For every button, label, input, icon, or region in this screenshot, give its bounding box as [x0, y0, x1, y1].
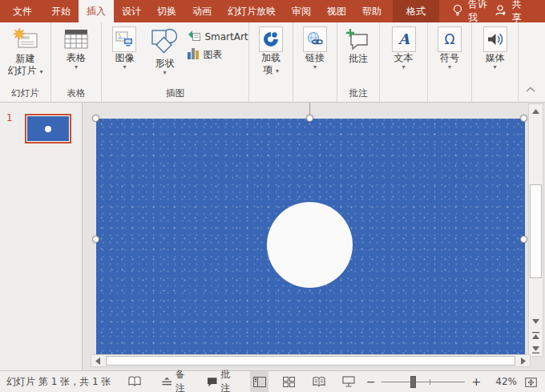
ribbon-group-text: A 文本 ▾ — [380, 22, 428, 102]
resize-handle-middle-left[interactable] — [92, 236, 99, 243]
ribbon-group-addins: 加载 项 ▾ — [249, 22, 293, 102]
zoom-slider-track — [382, 382, 465, 382]
notes-toggle-button[interactable]: 备注 — [162, 368, 193, 392]
zoom-in-button[interactable]: + — [470, 375, 482, 388]
images-label: 图像 — [115, 52, 134, 64]
spellcheck-book-icon — [128, 376, 141, 387]
svg-text:Ω: Ω — [445, 31, 455, 47]
chart-button[interactable]: 图表 — [188, 46, 248, 63]
tab-insert[interactable]: 插入 — [79, 0, 114, 22]
tab-design[interactable]: 设计 — [114, 0, 149, 22]
vertical-scrollbar-thumb[interactable] — [530, 184, 542, 278]
horizontal-scrollbar-thumb[interactable] — [106, 356, 515, 366]
thumbnail-slide-preview — [27, 116, 69, 141]
slide-sorter-view-button[interactable] — [280, 371, 298, 392]
slide-1-thumbnail[interactable] — [25, 114, 71, 143]
zoom-slider[interactable] — [382, 376, 465, 388]
tab-view[interactable]: 视图 — [319, 0, 354, 22]
zoom-slider-thumb[interactable] — [410, 376, 416, 388]
speaker-icon — [483, 26, 507, 52]
previous-slide-button[interactable] — [529, 329, 543, 342]
media-label: 媒体 — [486, 52, 505, 64]
resize-handle-middle-right[interactable] — [520, 236, 527, 243]
tab-review[interactable]: 审阅 — [284, 0, 319, 22]
letter-a-glyph: A — [398, 30, 410, 47]
tab-home[interactable]: 开始 — [43, 0, 79, 22]
table-label: 表格 — [67, 52, 86, 64]
next-slide-button[interactable] — [529, 343, 543, 357]
scroll-up-button[interactable] — [529, 104, 543, 118]
smartart-icon — [188, 30, 201, 44]
slide-canvas-selected-shape[interactable] — [96, 119, 525, 354]
text-label: 文本 — [394, 52, 414, 64]
tab-format-contextual[interactable]: 格式 — [393, 0, 439, 22]
addins-icon — [259, 26, 283, 52]
group-label-comments: 批注 — [337, 87, 379, 99]
reading-view-icon — [313, 377, 325, 387]
tab-file[interactable]: 文件 — [2, 0, 43, 22]
tab-animations[interactable]: 动画 — [184, 0, 220, 22]
addins-button[interactable]: 加载 项 ▾ — [259, 22, 283, 102]
resize-handle-top-left[interactable] — [92, 115, 99, 122]
shapes-button[interactable]: 形状 ▾ — [143, 22, 185, 76]
ribbon-spacer — [519, 22, 545, 102]
normal-view-icon — [253, 377, 266, 387]
symbols-button[interactable]: Ω 符号 ▾ — [438, 22, 462, 102]
share-button[interactable]: 共享 — [495, 0, 524, 22]
resize-handle-top-center[interactable] — [306, 115, 313, 122]
slide-sorter-icon — [283, 377, 295, 387]
table-icon — [64, 29, 88, 52]
images-button[interactable]: 图像 ▾ — [105, 22, 143, 71]
new-slide-label-line2: 幻灯片 ▾ — [8, 65, 43, 77]
links-button[interactable]: 链接 ▾ — [303, 22, 327, 102]
group-label-illustrations: 插图 — [102, 87, 248, 99]
tab-transitions[interactable]: 切换 — [149, 0, 184, 22]
tab-slideshow[interactable]: 幻灯片放映 — [220, 0, 284, 22]
new-comment-label: 批注 — [349, 53, 368, 65]
white-circle-shape[interactable] — [267, 202, 353, 288]
ribbon-group-comments: 批注 批注 — [337, 22, 380, 102]
new-comment-icon — [346, 28, 370, 53]
slide-number: 1 — [6, 112, 13, 123]
comments-toggle-button[interactable]: 批注 — [207, 368, 239, 392]
workspace: 1 — [0, 102, 545, 370]
tell-me-label: 告诉我 — [468, 0, 488, 25]
zoom-out-button[interactable]: − — [365, 375, 377, 388]
resize-handle-top-right[interactable] — [520, 115, 527, 122]
new-slide-icon — [13, 28, 38, 53]
vertical-scrollbar[interactable] — [528, 103, 543, 357]
symbols-label: 符号 — [440, 52, 459, 64]
ribbon-group-illustrations: 图像 ▾ 形状 ▾ — [102, 22, 249, 102]
links-label: 链接 — [305, 52, 325, 64]
chart-label: 图表 — [203, 48, 222, 62]
zoom-level[interactable]: 42% — [490, 376, 517, 387]
media-button[interactable]: 媒体 ▾ — [483, 22, 507, 102]
scroll-left-button[interactable] — [91, 355, 104, 366]
dropdown-arrow-icon: ▾ — [276, 67, 279, 75]
scroll-down-button[interactable] — [529, 314, 543, 328]
text-button[interactable]: A 文本 ▾ — [392, 22, 416, 102]
scroll-right-button[interactable] — [517, 355, 530, 366]
spell-check-button[interactable] — [128, 376, 141, 387]
ribbon-group-media: 媒体 ▾ — [472, 22, 519, 102]
fit-to-window-button[interactable] — [525, 376, 537, 387]
tell-me-button[interactable]: 告诉我 — [446, 0, 495, 22]
smartart-button[interactable]: SmartArt — [188, 29, 248, 45]
collapse-ribbon-button[interactable] — [526, 84, 535, 95]
shapes-label: 形状 — [155, 58, 174, 70]
notes-icon — [162, 377, 172, 386]
horizontal-scrollbar[interactable] — [91, 354, 531, 367]
tab-help[interactable]: 帮助 — [354, 0, 390, 22]
reading-view-button[interactable] — [310, 371, 329, 392]
ribbon-group-links: 链接 ▾ — [293, 22, 337, 102]
chart-icon — [188, 47, 200, 62]
notes-label: 备注 — [176, 368, 194, 392]
slide-thumbnail-panel: 1 — [0, 103, 83, 371]
normal-view-button[interactable] — [250, 371, 268, 392]
group-label-tables: 表格 — [51, 87, 101, 99]
slideshow-view-button[interactable] — [340, 371, 358, 392]
slide-counter: 幻灯片 第 1 张，共 1 张 — [6, 375, 111, 389]
omega-icon: Ω — [438, 26, 462, 52]
fit-slide-icon — [525, 376, 537, 387]
images-icon — [112, 26, 136, 52]
